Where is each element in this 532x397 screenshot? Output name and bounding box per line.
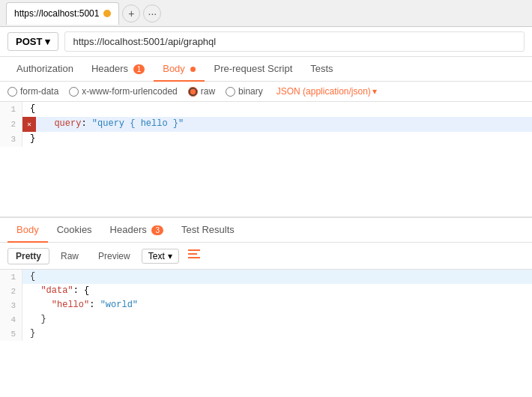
pretty-button[interactable]: Pretty bbox=[7, 248, 49, 264]
editor-line-1: 1 { bbox=[0, 102, 532, 117]
more-options-button[interactable]: ··· bbox=[143, 4, 161, 22]
raw-option[interactable]: raw bbox=[188, 86, 215, 97]
url-encoded-option[interactable]: x-www-form-urlencoded bbox=[69, 86, 177, 97]
tab-headers[interactable]: Headers 1 bbox=[82, 57, 154, 82]
method-selector[interactable]: POST ▾ bbox=[7, 32, 58, 51]
tab-url-text: https://localhost:5001 bbox=[14, 8, 99, 19]
response-section: Body Cookies Headers 3 Test Results Pret… bbox=[0, 218, 532, 360]
request-body-editor[interactable]: 1 { 2 ✕ query: "query { hello }" 3 } bbox=[0, 102, 532, 218]
text-type-selector[interactable]: Text ▾ bbox=[142, 249, 179, 264]
response-tabs-nav: Body Cookies Headers 3 Test Results bbox=[0, 218, 532, 243]
headers-count-badge: 3 bbox=[151, 225, 163, 235]
resp-tab-headers[interactable]: Headers 3 bbox=[101, 218, 172, 243]
resp-tab-test-results[interactable]: Test Results bbox=[172, 218, 244, 243]
resp-tab-body[interactable]: Body bbox=[7, 218, 48, 243]
format-icon-button[interactable] bbox=[182, 246, 206, 265]
text-type-chevron-icon: ▾ bbox=[168, 251, 172, 261]
add-tab-button[interactable]: + bbox=[122, 4, 140, 22]
body-dot-badge bbox=[190, 67, 196, 72]
resp-line-3: 3 "hello": "world" bbox=[0, 298, 532, 312]
resp-line-2: 2 "data": { bbox=[0, 284, 532, 298]
tab-tests[interactable]: Tests bbox=[301, 57, 342, 82]
request-bar: POST ▾ bbox=[0, 27, 532, 57]
binary-option[interactable]: binary bbox=[226, 86, 263, 97]
response-body-viewer: 1 { 2 "data": { 3 "hello": "world" 4 } 5… bbox=[0, 270, 532, 360]
resp-line-4: 4 } bbox=[0, 312, 532, 327]
format-toolbar: Pretty Raw Preview Text ▾ bbox=[0, 243, 532, 270]
body-options-row: form-data x-www-form-urlencoded raw bina… bbox=[0, 82, 532, 102]
browser-tab[interactable]: https://localhost:5001 bbox=[6, 2, 119, 25]
form-data-option[interactable]: form-data bbox=[7, 86, 58, 97]
content-type-chevron-icon: ▾ bbox=[372, 86, 377, 97]
tab-status-dot bbox=[103, 10, 111, 17]
preview-button[interactable]: Preview bbox=[90, 248, 139, 264]
resp-line-1: 1 { bbox=[0, 270, 532, 284]
resp-tab-cookies[interactable]: Cookies bbox=[48, 218, 101, 243]
url-input[interactable] bbox=[64, 31, 525, 52]
method-label: POST bbox=[16, 36, 42, 47]
error-icon: ✕ bbox=[22, 117, 36, 132]
browser-tab-bar: https://localhost:5001 + ··· bbox=[0, 0, 532, 27]
content-type-selector[interactable]: JSON (application/json) ▾ bbox=[276, 86, 377, 97]
tab-body[interactable]: Body bbox=[154, 57, 205, 82]
resp-line-5: 5 } bbox=[0, 327, 532, 341]
method-chevron-icon: ▾ bbox=[45, 36, 50, 47]
request-tabs-nav: Authorization Headers 1 Body Pre-request… bbox=[0, 57, 532, 82]
tab-pre-request-script[interactable]: Pre-request Script bbox=[205, 57, 301, 82]
editor-line-3: 3 } bbox=[0, 132, 532, 147]
headers-badge: 1 bbox=[133, 64, 145, 74]
raw-button[interactable]: Raw bbox=[52, 248, 87, 264]
tab-authorization[interactable]: Authorization bbox=[7, 57, 82, 82]
editor-line-2: 2 ✕ query: "query { hello }" bbox=[0, 117, 532, 132]
